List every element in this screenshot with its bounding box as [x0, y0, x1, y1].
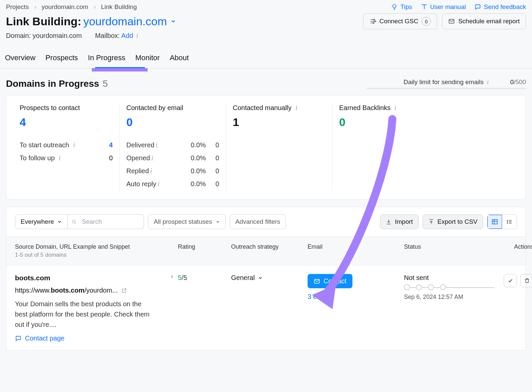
tab-prospects[interactable]: Prospects — [46, 54, 78, 68]
daily-limit-bar — [366, 88, 526, 89]
tips-link[interactable]: Tips — [391, 3, 412, 11]
table-icon — [491, 218, 498, 225]
row-timestamp: Sep 6, 2024 12:57 AM — [404, 294, 497, 301]
info-icon[interactable]: i — [158, 180, 160, 188]
stat-opened-count: 0 — [206, 154, 219, 162]
info-icon[interactable]: i — [151, 154, 153, 162]
stat-replied-pct: 0.0% — [176, 167, 206, 175]
stat-delivered-pct: 0.0% — [176, 141, 206, 149]
contact-button[interactable]: Contact — [308, 274, 352, 288]
tune-icon — [369, 18, 376, 25]
row-domain-name[interactable]: boots.com — [15, 274, 50, 282]
scope-dropdown[interactable]: Everywhere — [15, 214, 67, 229]
import-button[interactable]: Import — [380, 214, 419, 229]
info-icon[interactable]: i — [156, 141, 158, 149]
domain-dropdown[interactable]: yourdomain.com — [83, 15, 176, 28]
info-icon[interactable]: i — [136, 32, 138, 39]
stat-delivered-label: Deliveredi — [126, 141, 176, 149]
view-table-button[interactable] — [487, 215, 502, 229]
breadcrumb: Projects › yourdomain.com › Link Buildin… — [6, 3, 137, 11]
book-icon — [421, 4, 428, 10]
search-input[interactable] — [80, 215, 144, 229]
send-feedback-link[interactable]: Send feedback — [474, 3, 526, 11]
contact-page-link[interactable]: Contact page — [15, 334, 65, 342]
breadcrumb-item[interactable]: yourdomain.com — [42, 3, 88, 11]
stat-opened-label: Openedi — [126, 154, 176, 162]
chat-icon — [474, 4, 481, 10]
svg-point-5 — [72, 220, 75, 223]
chevron-down-icon — [170, 18, 176, 24]
connect-gsc-button[interactable]: Connect GSC 0 — [363, 13, 437, 29]
email-count-link[interactable]: 3 emails — [308, 293, 404, 301]
stat-replied-label: Repliedi — [126, 167, 176, 175]
tab-monitor[interactable]: Monitor — [135, 54, 160, 68]
stat-prospects-label: Prospects to contact — [20, 104, 113, 112]
stat-autoreply-pct: 0.0% — [176, 180, 206, 188]
chevron-down-icon — [57, 219, 62, 224]
row-url[interactable]: https://www.boots.com/yourdom... — [15, 287, 178, 294]
info-icon[interactable]: i — [59, 154, 61, 162]
svg-point-2 — [375, 21, 376, 22]
svg-point-8 — [507, 221, 508, 222]
stat-manual-value: 1 — [233, 116, 326, 129]
stat-follow-up-value: 0 — [109, 154, 113, 162]
upload-icon — [428, 219, 434, 225]
col-rating: Rating — [178, 243, 231, 258]
breadcrumb-item[interactable]: Projects — [6, 3, 29, 11]
info-icon[interactable]: i — [395, 104, 397, 112]
user-manual-link[interactable]: User manual — [421, 3, 466, 11]
mark-done-button[interactable] — [504, 274, 517, 287]
stat-earned-label: Earned Backlinksi — [339, 104, 432, 112]
trash-icon — [524, 278, 530, 284]
advanced-filters-button[interactable]: Advanced filters — [230, 214, 286, 229]
info-icon[interactable]: i — [487, 78, 488, 86]
tab-in-progress[interactable]: In Progress — [88, 54, 126, 68]
stat-contacted-value[interactable]: 0 — [126, 116, 219, 129]
tab-about[interactable]: About — [170, 54, 189, 68]
tab-overview[interactable]: Overview — [5, 54, 36, 68]
expand-row-button[interactable] — [169, 274, 175, 279]
schedule-email-report-button[interactable]: Schedule email report — [442, 13, 526, 29]
daily-limit-value: 0/500 — [510, 78, 526, 85]
col-source-sub: 1-5 out of 5 domains — [15, 252, 178, 258]
mailbox-label: Mailbox: Add i — [95, 32, 138, 40]
svg-point-7 — [507, 220, 508, 221]
mail-icon — [314, 278, 320, 285]
lightbulb-icon — [391, 4, 398, 10]
chevron-down-icon — [215, 219, 220, 224]
search-input-wrap[interactable] — [67, 214, 144, 229]
stat-autoreply-count: 0 — [206, 180, 219, 188]
row-rating: 5/5 — [178, 274, 231, 282]
annotation-highlight — [92, 68, 148, 71]
info-icon[interactable]: i — [150, 167, 152, 175]
breadcrumb-item[interactable]: Link Building — [101, 3, 137, 11]
chat-icon — [15, 335, 22, 342]
section-count: 5 — [103, 78, 108, 89]
info-icon[interactable]: i — [73, 141, 75, 149]
stat-manual-label: Contacted manuallyi — [233, 104, 326, 112]
chevron-down-icon — [258, 276, 263, 280]
svg-point-0 — [393, 5, 396, 8]
stat-start-outreach-value[interactable]: 4 — [109, 141, 113, 149]
stat-earned-value: 0 — [339, 116, 432, 129]
row-status: Not sent — [404, 274, 497, 282]
strategy-dropdown[interactable]: General — [231, 274, 263, 282]
check-icon — [507, 278, 513, 284]
col-email: Email — [308, 243, 404, 258]
domain-label: Domain: yourdomain.com — [6, 32, 82, 40]
svg-point-1 — [373, 19, 374, 20]
export-csv-button[interactable]: Export to CSV — [423, 214, 483, 229]
list-icon — [506, 218, 513, 225]
col-status: Status — [404, 243, 497, 258]
stat-follow-up-label: To follow upi — [20, 154, 61, 162]
svg-point-9 — [507, 223, 508, 223]
delete-button[interactable] — [520, 274, 532, 287]
status-filter-dropdown[interactable]: All prospect statuses — [148, 214, 225, 229]
add-mailbox-link[interactable]: Add — [121, 32, 133, 39]
view-list-button[interactable] — [502, 215, 517, 229]
page-title: Link Building: — [6, 15, 81, 28]
svg-point-3 — [373, 22, 374, 23]
view-toggle — [487, 214, 517, 229]
info-icon[interactable]: i — [296, 104, 298, 112]
stat-prospects-value[interactable]: 4 — [20, 116, 113, 129]
